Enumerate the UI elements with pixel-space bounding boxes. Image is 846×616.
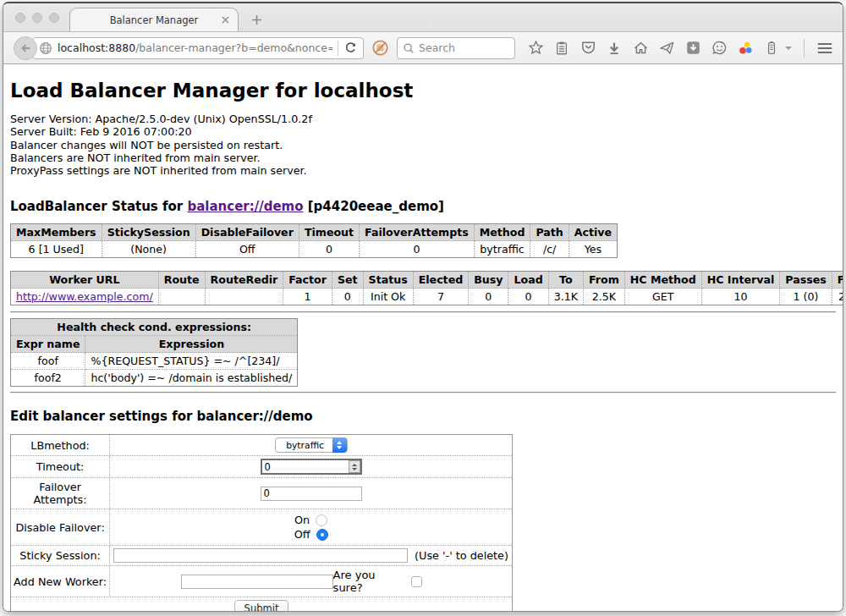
cell-stickysession: (None) <box>102 241 195 258</box>
col-expression: Expression <box>85 336 298 353</box>
home-icon[interactable] <box>632 40 649 57</box>
new-tab-button[interactable] <box>250 14 263 26</box>
form-row-failover-attempts: Failover Attempts: <box>11 478 513 509</box>
disable-failover-off-option[interactable]: Off <box>294 528 328 541</box>
minimize-window-button[interactable] <box>32 13 42 23</box>
reload-icon <box>344 41 357 54</box>
col-hc-method: HC Method <box>624 272 701 289</box>
downloads-arrow-icon[interactable] <box>606 40 623 57</box>
col-method: Method <box>474 224 530 241</box>
loadbalancer-status-heading: LoadBalancer Status for balancer://demo … <box>10 199 836 214</box>
lbmethod-select[interactable]: bytraffic <box>275 437 348 453</box>
tab-balancer-manager[interactable]: Balancer Manager <box>69 8 239 31</box>
are-you-sure-checkbox[interactable] <box>411 576 422 587</box>
worker-table: Worker URL Route RouteRedir Factor Set S… <box>10 271 843 305</box>
notes-icon[interactable] <box>843 40 843 57</box>
cell-expr-name: foof <box>11 353 85 370</box>
submit-button[interactable]: Submit <box>234 600 289 612</box>
disable-failover-on-option[interactable]: On <box>294 514 327 526</box>
col-expr-name: Expr name <box>11 336 85 353</box>
worker-url-link[interactable]: http://www.example.com/ <box>16 290 153 303</box>
failover-attempts-input[interactable] <box>261 487 362 501</box>
col-route: Route <box>158 272 205 289</box>
disable-failover-label: Disable Failover: <box>11 509 110 546</box>
col-status: Status <box>363 272 413 289</box>
search-bar[interactable] <box>397 37 515 59</box>
sticky-session-hint: (Use '-' to delete) <box>415 549 508 562</box>
edit-balancer-form: LBmethod: bytraffic Timeout: <box>10 434 513 612</box>
number-spinner-icon[interactable] <box>349 460 360 473</box>
col-failoverattempts: FailoverAttempts <box>360 224 475 241</box>
toolbar-icons <box>527 39 843 58</box>
battery-dropdown-caret-icon[interactable] <box>785 47 792 50</box>
col-elected: Elected <box>413 272 469 289</box>
cell-route <box>158 289 205 305</box>
close-window-button[interactable] <box>15 13 25 23</box>
url-text[interactable]: localhost:8880/balancer-manager?b=demo&n… <box>58 41 332 54</box>
are-you-sure-label: Are you sure? <box>333 569 406 594</box>
sticky-session-input[interactable] <box>113 548 408 563</box>
battery-icon[interactable] <box>763 40 780 57</box>
health-title-row: Health check cond. expressions: <box>11 319 298 336</box>
tab-close-icon[interactable] <box>221 15 230 25</box>
select-stepper-icon <box>332 437 347 453</box>
cell-expression: hc('body') =~ /domain is established/ <box>85 370 298 387</box>
send-icon[interactable] <box>658 40 675 57</box>
cell-hc-interval: 10 <box>701 289 780 305</box>
page-title: Load Balancer Manager for localhost <box>10 64 836 102</box>
add-new-worker-label: Add New Worker: <box>11 566 110 597</box>
form-row-lbmethod: LBmethod: bytraffic <box>11 435 513 456</box>
radio-off-icon[interactable] <box>316 529 328 541</box>
window-controls <box>15 13 59 23</box>
back-button[interactable] <box>14 36 37 60</box>
status-heading-prefix: LoadBalancer Status for <box>10 199 187 214</box>
server-version-line: Server Version: Apache/2.5.0-dev (Unix) … <box>10 113 836 125</box>
cell-expression: %{REQUEST_STATUS} =~ /^[234]/ <box>85 353 298 370</box>
balancer-header-row: MaxMembers StickySession DisableFailover… <box>11 224 618 241</box>
bookmark-star-icon[interactable] <box>527 40 544 57</box>
col-maxmembers: MaxMembers <box>11 224 102 241</box>
balancer-status-table: MaxMembers StickySession DisableFailover… <box>10 223 618 258</box>
cell-busy: 0 <box>469 289 508 305</box>
cell-from: 2.5K <box>583 289 624 305</box>
feedback-smiley-icon[interactable] <box>711 40 728 57</box>
col-load: Load <box>508 272 548 289</box>
col-disablefailover: DisableFailover <box>195 224 299 241</box>
cell-to: 3.1K <box>548 289 583 305</box>
server-info: Server Version: Apache/2.5.0-dev (Unix) … <box>10 113 836 177</box>
add-new-worker-input[interactable] <box>181 575 332 589</box>
zoom-window-button[interactable] <box>49 13 59 23</box>
persist-note-line: Balancer changes will NOT be persisted o… <box>10 139 836 151</box>
sticky-session-label: Sticky Session: <box>11 546 110 566</box>
cell-disablefailover: Off <box>195 241 299 258</box>
download-panel-icon[interactable] <box>684 40 701 57</box>
cell-hc-method: GET <box>624 289 701 305</box>
extension-dots-icon[interactable] <box>737 40 754 57</box>
health-check-table: Health check cond. expressions: Expr nam… <box>10 318 298 387</box>
reading-list-icon[interactable] <box>553 40 570 57</box>
health-row-foof: foof %{REQUEST_STATUS} =~ /^[234]/ <box>11 353 298 370</box>
block-icon[interactable] <box>371 39 389 57</box>
col-busy: Busy <box>469 272 508 289</box>
cell-expr-name: foof2 <box>11 370 85 387</box>
cell-set: 0 <box>332 289 363 305</box>
proxypass-note-line: ProxyPass settings are NOT inherited fro… <box>10 164 836 177</box>
balancer-demo-link[interactable]: balancer://demo <box>187 199 303 214</box>
col-path: Path <box>530 224 569 241</box>
radio-on-label: On <box>294 514 310 526</box>
radio-on-icon[interactable] <box>316 514 327 526</box>
worker-data-row: http://www.example.com/ 1 0 Init Ok 7 0 … <box>11 289 843 305</box>
reload-button[interactable] <box>338 41 357 56</box>
col-passes: Passes <box>780 272 832 289</box>
timeout-input[interactable] <box>261 459 362 475</box>
inherit-note-line: Balancers are NOT inherited from main se… <box>10 151 836 164</box>
search-icon <box>403 42 415 54</box>
health-table-title: Health check cond. expressions: <box>11 319 298 336</box>
search-input[interactable] <box>419 41 499 54</box>
globe-icon <box>39 41 52 55</box>
url-bar[interactable]: localhost:8880/balancer-manager?b=demo&n… <box>32 37 364 59</box>
col-to: To <box>548 272 583 289</box>
menu-icon[interactable] <box>816 40 833 57</box>
cell-status: Init Ok <box>363 289 413 305</box>
pocket-icon[interactable] <box>580 40 596 57</box>
